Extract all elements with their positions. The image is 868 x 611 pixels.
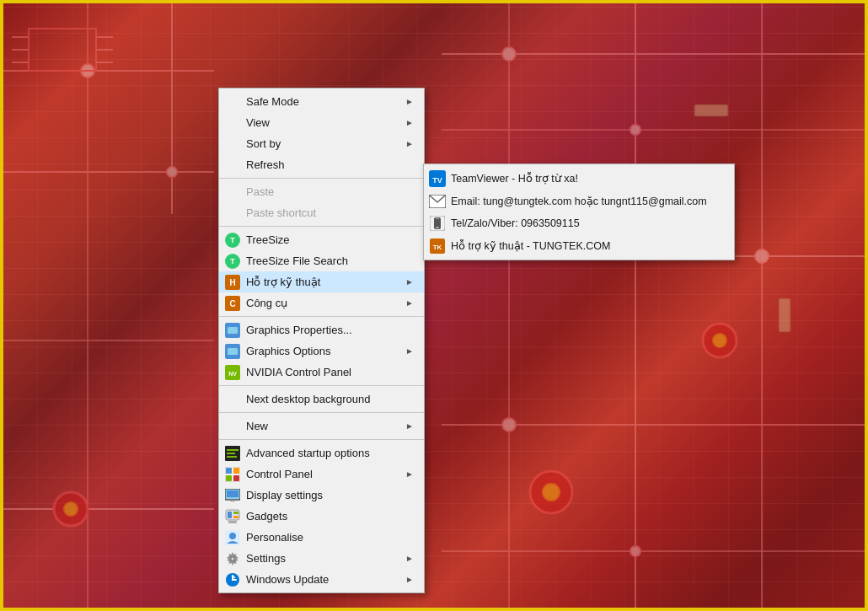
menu-label-paste-shortcut: Paste shortcut (246, 206, 316, 219)
svg-rect-79 (436, 218, 439, 219)
separator-2 (219, 226, 424, 227)
teamviewer-icon: TV (429, 170, 446, 187)
menu-label-control-panel: Control Panel (246, 468, 313, 480)
svg-rect-57 (233, 475, 239, 481)
menu-label-personalise: Personalise (246, 531, 303, 544)
tungtek-icon: TK (429, 238, 446, 255)
menu-item-paste: Paste (219, 181, 424, 202)
menu-item-view[interactable]: View ► (219, 112, 424, 133)
email-icon (429, 193, 446, 210)
menu-item-windows-update[interactable]: Windows Update ► (219, 569, 424, 590)
submenu-item-teamviewer[interactable]: TV TeamViewer - Hỗ trợ từ xa! (424, 167, 734, 190)
circuit-decoration (3, 3, 865, 608)
menu-item-refresh[interactable]: Refresh (219, 154, 424, 175)
submenu-label-email: Email: tung@tungtek.com hoặc tungnt115@g… (451, 195, 707, 207)
menu-item-display-settings[interactable]: Display settings (219, 485, 424, 506)
submenu-label-phone: Tel/Zalo/Viber: 0963509115 (451, 217, 580, 229)
menu-item-nvidia[interactable]: NV NVIDIA Control Panel (219, 362, 424, 383)
menu-label-sort-by: Sort by (246, 137, 281, 150)
menu-label-cong-cu: Công cụ (246, 297, 287, 309)
menu-item-graphics-props[interactable]: Graphics Properties... (219, 319, 424, 340)
congcu-icon: C (224, 295, 241, 312)
menu-item-treesize[interactable]: T TreeSize (219, 229, 424, 250)
separator-3 (219, 316, 424, 317)
arrow-icon: ► (405, 139, 414, 148)
menu-item-new[interactable]: New ► (219, 415, 424, 437)
menu-label-gadgets: Gadgets (246, 510, 287, 523)
menu-item-control-panel[interactable]: Control Panel ► (219, 464, 424, 485)
menu-item-gadgets[interactable]: Gadgets (219, 506, 424, 527)
menu-item-cong-cu[interactable]: C Công cụ ► (219, 292, 424, 314)
personalise-icon (224, 529, 241, 546)
menu-label-graphics-options: Graphics Options (246, 345, 330, 357)
submenu-label-tungtek: Hỗ trợ kỹ thuật - TUNGTEK.COM (451, 239, 610, 252)
arrow-icon: ► (405, 346, 414, 356)
graphics-options-icon (224, 343, 241, 360)
svg-text:C: C (229, 299, 235, 308)
menu-item-graphics-options[interactable]: Graphics Options ► (219, 340, 424, 362)
menu-item-settings[interactable]: Settings ► (219, 548, 424, 569)
svg-point-33 (713, 334, 726, 347)
phone-icon (429, 215, 446, 232)
svg-rect-54 (226, 468, 232, 474)
svg-rect-59 (227, 490, 238, 497)
svg-point-68 (229, 533, 236, 539)
svg-point-16 (502, 47, 516, 61)
svg-rect-66 (228, 521, 237, 523)
menu-item-safe-mode[interactable]: Safe Mode ► (219, 91, 424, 112)
svg-rect-46 (228, 348, 238, 355)
svg-point-18 (755, 249, 769, 263)
svg-rect-42 (228, 327, 238, 334)
menu-label-graphics-props: Graphics Properties... (246, 324, 352, 336)
menu-label-safe-mode: Safe Mode (246, 95, 299, 108)
svg-rect-55 (233, 468, 239, 474)
svg-text:TK: TK (433, 244, 442, 251)
arrow-icon: ► (405, 469, 414, 479)
arrow-icon: ► (405, 277, 414, 287)
svg-rect-51 (227, 453, 235, 454)
menu-item-ho-tro[interactable]: H Hỗ trợ kỹ thuật ► (219, 271, 424, 292)
svg-rect-36 (779, 298, 790, 332)
svg-rect-50 (227, 449, 238, 451)
svg-point-17 (630, 125, 640, 135)
svg-rect-78 (436, 227, 439, 228)
hotro-icon: H (224, 274, 241, 291)
treesize-search-icon: T (224, 253, 241, 270)
menu-item-sort-by[interactable]: Sort by ► (219, 133, 424, 154)
svg-rect-35 (694, 105, 728, 116)
svg-rect-65 (233, 516, 238, 518)
svg-rect-52 (227, 456, 237, 458)
svg-point-15 (167, 167, 177, 177)
menu-label-windows-update: Windows Update (246, 573, 329, 586)
menu-label-settings: Settings (246, 552, 286, 565)
menu-label-display-settings: Display settings (246, 489, 323, 501)
treesize-icon: T (224, 232, 241, 249)
svg-text:TV: TV (432, 176, 442, 185)
submenu-item-email[interactable]: Email: tung@tungtek.com hoặc tungnt115@g… (424, 190, 734, 212)
separator-4 (219, 385, 424, 386)
submenu-label-teamviewer: TeamViewer - Hỗ trợ từ xa! (451, 172, 578, 185)
svg-rect-43 (230, 335, 235, 336)
svg-rect-61 (228, 499, 238, 500)
arrow-icon: ► (405, 97, 414, 106)
svg-point-29 (64, 502, 78, 516)
submenu-item-tungtek[interactable]: TK Hỗ trợ kỹ thuật - TUNGTEK.COM (424, 234, 734, 257)
separator-6 (219, 439, 424, 440)
menu-label-paste: Paste (246, 185, 274, 198)
menu-label-nvidia: NVIDIA Control Panel (246, 366, 351, 378)
menu-item-advanced-startup[interactable]: Advanced startup options (219, 442, 424, 464)
gadgets-icon (224, 508, 241, 525)
menu-label-advanced-startup: Advanced startup options (246, 447, 370, 459)
settings-icon (224, 550, 241, 567)
svg-rect-56 (226, 475, 232, 481)
arrow-icon: ► (405, 118, 414, 127)
menu-item-personalise[interactable]: Personalise (219, 527, 424, 548)
svg-rect-63 (228, 512, 232, 518)
submenu-ho-tro: TV TeamViewer - Hỗ trợ từ xa! Email: tun… (423, 163, 735, 260)
menu-label-treesize: TreeSize (246, 233, 290, 246)
submenu-item-phone[interactable]: Tel/Zalo/Viber: 0963509115 (424, 212, 734, 234)
menu-item-next-bg[interactable]: Next desktop background (219, 389, 424, 410)
svg-text:H: H (229, 278, 235, 287)
menu-item-treesize-search[interactable]: T TreeSize File Search (219, 250, 424, 271)
svg-point-31 (543, 484, 560, 501)
